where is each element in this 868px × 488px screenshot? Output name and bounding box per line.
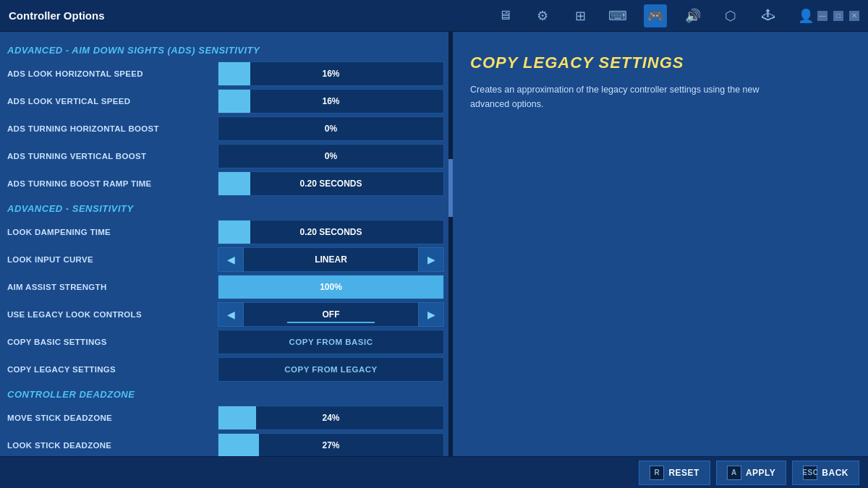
ads-turning-boost-ramp-time-slider[interactable]: 0.20 Seconds — [218, 171, 444, 196]
ads-turning-vertical-boost-value: 0% — [325, 151, 337, 161]
back-label: BACK — [822, 468, 848, 478]
toggle-underline — [287, 322, 375, 323]
move-stick-deadzone-slider[interactable]: 24% — [218, 406, 444, 430]
keyboard-icon[interactable]: ⌨ — [606, 4, 629, 27]
reset-key: R — [650, 466, 664, 480]
section-sensitivity-header: ADVANCED - SENSITIVITY — [0, 197, 448, 218]
copy-basic-settings-control[interactable]: COPY FROM BASIC — [218, 330, 444, 354]
main-content: ADVANCED - AIM DOWN SIGHTS (ADS) SENSITI… — [0, 32, 868, 456]
reset-button[interactable]: R RESET — [639, 461, 710, 485]
ads-turning-vertical-boost-slider[interactable]: 0% — [218, 144, 444, 168]
use-legacy-look-controls-next-button[interactable]: ▶ — [418, 302, 444, 327]
copy-legacy-settings-label: COPY LEGACY SETTINGS — [4, 365, 218, 374]
copy-from-basic-button[interactable]: COPY FROM BASIC — [218, 330, 444, 354]
look-dampening-time-row: LOOK DAMPENING TIME 0.20 Seconds — [0, 218, 448, 246]
use-legacy-look-controls-toggle[interactable]: ◀ OFF ▶ — [218, 302, 444, 327]
look-stick-deadzone-control[interactable]: 27% — [218, 433, 444, 456]
nav-icons: 🖥 ⚙ ⊞ ⌨ 🎮 🔊 ⬡ 🕹 👤 — [493, 4, 817, 27]
look-stick-deadzone-row: LOOK STICK DEADZONE 27% — [0, 432, 448, 456]
window-title: Controller Options — [9, 9, 479, 22]
ads-turning-vertical-boost-row: ADS TURNING VERTICAL BOOST 0% — [0, 142, 448, 170]
aim-assist-strength-slider[interactable]: 100% — [218, 275, 444, 299]
move-stick-deadzone-control[interactable]: 24% — [218, 406, 444, 430]
slider-handle — [218, 62, 250, 85]
reset-label: RESET — [668, 468, 699, 478]
aim-assist-strength-row: AIM ASSIST STRENGTH 100% — [0, 273, 448, 301]
ads-turning-boost-ramp-time-value: 0.20 Seconds — [299, 179, 362, 189]
right-panel: COPY LEGACY SETTINGS Creates an approxim… — [453, 32, 868, 456]
controller-icon[interactable]: 🎮 — [644, 4, 667, 27]
display-icon[interactable]: ⊞ — [569, 4, 592, 27]
copy-basic-settings-label: COPY BASIC SETTINGS — [4, 338, 218, 346]
use-legacy-look-controls-label: USE LEGACY LOOK CONTROLS — [4, 310, 218, 319]
copy-legacy-title: COPY LEGACY SETTINGS — [470, 53, 851, 72]
use-legacy-look-controls-prev-button[interactable]: ◀ — [218, 302, 244, 327]
look-input-curve-value: LINEAR — [244, 247, 418, 272]
use-legacy-look-controls-value: OFF — [244, 302, 418, 327]
ads-turning-vertical-boost-control[interactable]: 0% — [218, 144, 444, 168]
minimize-button[interactable]: — — [817, 11, 827, 21]
slider-handle — [218, 434, 259, 456]
ads-turning-vertical-boost-label: ADS TURNING VERTICAL BOOST — [4, 152, 218, 160]
scrollbar[interactable] — [448, 32, 453, 456]
look-dampening-time-slider[interactable]: 0.20 Seconds — [218, 220, 444, 244]
slider-handle — [218, 90, 250, 113]
look-input-curve-next-button[interactable]: ▶ — [418, 247, 444, 272]
ads-look-horizontal-speed-value: 16% — [322, 69, 339, 79]
use-legacy-look-controls-row: USE LEGACY LOOK CONTROLS ◀ OFF ▶ — [0, 301, 448, 328]
ads-look-vertical-speed-row: ADS LOOK VERTICAL SPEED 16% — [0, 87, 448, 115]
ads-look-horizontal-speed-control[interactable]: 16% — [218, 61, 444, 86]
back-button[interactable]: ESC BACK — [792, 461, 859, 485]
audio-icon[interactable]: 🔊 — [681, 4, 705, 27]
window-controls: — □ ✕ — [817, 11, 859, 21]
slider-handle — [218, 221, 250, 244]
user-icon[interactable]: 👤 — [794, 4, 817, 27]
look-stick-deadzone-slider[interactable]: 27% — [218, 433, 444, 456]
look-dampening-time-control[interactable]: 0.20 Seconds — [218, 220, 444, 244]
maximize-button[interactable]: □ — [833, 11, 843, 21]
look-dampening-time-label: LOOK DAMPENING TIME — [4, 228, 218, 236]
ads-turning-horizontal-boost-row: ADS TURNING HORIZONTAL BOOST 0% — [0, 115, 448, 142]
look-stick-deadzone-label: LOOK STICK DEADZONE — [4, 441, 218, 450]
section-deadzone-header: CONTROLLER DEADZONE — [0, 383, 448, 404]
ads-turning-horizontal-boost-slider[interactable]: 0% — [218, 116, 444, 141]
look-dampening-time-value: 0.20 Seconds — [299, 227, 362, 237]
monitor-icon[interactable]: 🖥 — [493, 4, 516, 27]
look-input-curve-control[interactable]: ◀ LINEAR ▶ — [218, 247, 444, 272]
look-input-curve-label: LOOK INPUT CURVE — [4, 255, 218, 264]
bottom-bar: R RESET A APPLY ESC BACK — [0, 456, 868, 488]
back-key: ESC — [803, 466, 817, 480]
ads-look-vertical-speed-control[interactable]: 16% — [218, 89, 444, 114]
scroll-thumb[interactable] — [448, 159, 453, 217]
close-button[interactable]: ✕ — [849, 11, 859, 21]
aim-assist-strength-control[interactable]: 100% — [218, 275, 444, 299]
copy-legacy-settings-control[interactable]: COPY FROM LEGACY — [218, 357, 444, 382]
section-ads-header: ADVANCED - AIM DOWN SIGHTS (ADS) SENSITI… — [0, 39, 448, 60]
ads-look-vertical-speed-value: 16% — [322, 96, 339, 106]
ads-turning-horizontal-boost-value: 0% — [325, 124, 337, 134]
look-input-curve-prev-button[interactable]: ◀ — [218, 247, 244, 272]
copy-legacy-description: Creates an approximation of the legacy c… — [470, 82, 774, 111]
ads-look-horizontal-speed-label: ADS LOOK HORIZONTAL SPEED — [4, 69, 218, 78]
ads-turning-boost-ramp-time-label: ADS TURNING BOOST RAMP TIME — [4, 179, 218, 188]
ads-look-vertical-speed-slider[interactable]: 16% — [218, 89, 444, 114]
ads-look-horizontal-speed-slider[interactable]: 16% — [218, 61, 444, 86]
gear-icon[interactable]: ⚙ — [531, 4, 554, 27]
ads-turning-horizontal-boost-label: ADS TURNING HORIZONTAL BOOST — [4, 124, 218, 133]
share-icon[interactable]: ⬡ — [719, 4, 742, 27]
settings-panel: ADVANCED - AIM DOWN SIGHTS (ADS) SENSITI… — [0, 32, 448, 456]
gamepad-icon[interactable]: 🕹 — [757, 4, 780, 27]
apply-label: APPLY — [746, 468, 775, 478]
ads-turning-boost-ramp-time-row: ADS TURNING BOOST RAMP TIME 0.20 Seconds — [0, 170, 448, 197]
ads-turning-boost-ramp-time-control[interactable]: 0.20 Seconds — [218, 171, 444, 196]
ads-look-horizontal-speed-row: ADS LOOK HORIZONTAL SPEED 16% — [0, 60, 448, 87]
use-legacy-look-controls-control[interactable]: ◀ OFF ▶ — [218, 302, 444, 327]
ads-turning-horizontal-boost-control[interactable]: 0% — [218, 116, 444, 141]
apply-button[interactable]: A APPLY — [716, 461, 786, 485]
look-input-curve-toggle[interactable]: ◀ LINEAR ▶ — [218, 247, 444, 272]
move-stick-deadzone-row: MOVE STICK DEADZONE 24% — [0, 404, 448, 432]
copy-basic-settings-row: COPY BASIC SETTINGS COPY FROM BASIC — [0, 328, 448, 356]
slider-handle — [218, 172, 250, 195]
titlebar: Controller Options 🖥 ⚙ ⊞ ⌨ 🎮 🔊 ⬡ 🕹 👤 — □… — [0, 0, 868, 32]
copy-from-legacy-button[interactable]: COPY FROM LEGACY — [218, 357, 444, 382]
